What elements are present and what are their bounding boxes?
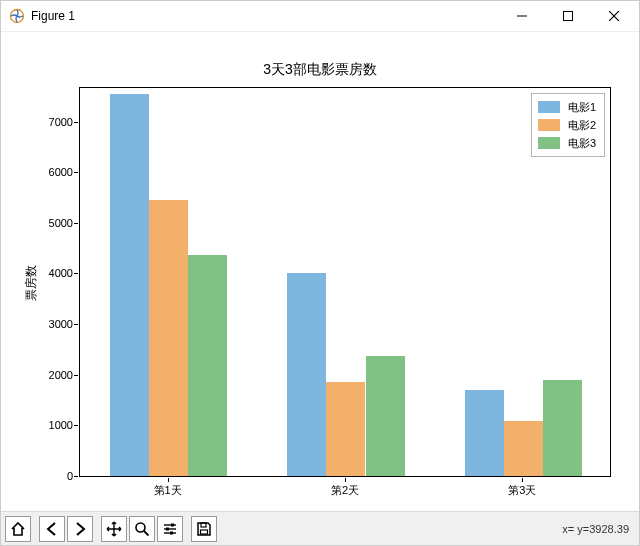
save-icon <box>196 521 212 537</box>
close-button[interactable] <box>591 1 637 31</box>
title-bar: Figure 1 <box>1 1 639 32</box>
legend-item: 电影1 <box>538 98 596 116</box>
legend-swatch-icon <box>538 101 560 113</box>
bar-电影1-第3天 <box>465 390 504 476</box>
status-coordinates: x= y=3928.39 <box>562 523 633 535</box>
y-tick-label: 7000 <box>49 116 73 128</box>
svg-line-6 <box>144 531 149 536</box>
svg-point-5 <box>136 523 145 532</box>
zoom-button[interactable] <box>129 516 155 542</box>
svg-rect-13 <box>201 523 206 527</box>
nav-toolbar: x= y=3928.39 <box>1 511 639 545</box>
y-tick-label: 0 <box>67 470 73 482</box>
arrow-left-icon <box>44 521 60 537</box>
home-icon <box>10 521 26 537</box>
maximize-button[interactable] <box>545 1 591 31</box>
y-tick-label: 3000 <box>49 318 73 330</box>
app-icon <box>9 8 25 24</box>
y-tick-label: 6000 <box>49 166 73 178</box>
bar-电影1-第2天 <box>287 273 326 476</box>
legend-swatch-icon <box>538 119 560 131</box>
legend-item: 电影2 <box>538 116 596 134</box>
close-icon <box>609 11 619 21</box>
back-button[interactable] <box>39 516 65 542</box>
svg-rect-10 <box>171 523 174 526</box>
zoom-icon <box>134 521 150 537</box>
sliders-icon <box>162 521 178 537</box>
minimize-icon <box>517 11 527 21</box>
bar-电影3-第2天 <box>366 356 405 476</box>
bar-电影2-第2天 <box>326 382 365 476</box>
forward-button[interactable] <box>67 516 93 542</box>
move-icon <box>106 521 122 537</box>
legend-item: 电影3 <box>538 134 596 152</box>
x-tick-label: 第2天 <box>325 483 365 498</box>
y-tick-label: 2000 <box>49 369 73 381</box>
legend: 电影1电影2电影3 <box>531 93 605 157</box>
legend-label: 电影2 <box>568 118 596 133</box>
save-button[interactable] <box>191 516 217 542</box>
svg-rect-14 <box>201 530 208 534</box>
configure-button[interactable] <box>157 516 183 542</box>
y-tick-label: 1000 <box>49 419 73 431</box>
legend-label: 电影3 <box>568 136 596 151</box>
y-tick-label: 5000 <box>49 217 73 229</box>
maximize-icon <box>563 11 573 21</box>
chart-title: 3天3部电影票房数 <box>1 61 639 79</box>
arrow-right-icon <box>72 521 88 537</box>
bar-电影3-第1天 <box>188 255 227 476</box>
legend-swatch-icon <box>538 137 560 149</box>
bar-电影2-第3天 <box>504 421 543 476</box>
y-tick-label: 4000 <box>49 267 73 279</box>
svg-rect-2 <box>564 12 573 21</box>
x-tick-label: 第1天 <box>148 483 188 498</box>
bar-电影3-第3天 <box>543 380 582 476</box>
plot-canvas[interactable]: 3天3部电影票房数 票房数 电影1电影2电影3 0100020003000400… <box>1 32 639 511</box>
pan-button[interactable] <box>101 516 127 542</box>
bar-电影2-第1天 <box>149 200 188 476</box>
y-axis-label: 票房数 <box>23 265 40 301</box>
figure-window: Figure 1 3天3部电影票房数 票房数 电影1电影2电影3 0100020… <box>0 0 640 546</box>
bar-电影1-第1天 <box>110 94 149 476</box>
svg-rect-12 <box>170 531 173 534</box>
svg-rect-11 <box>166 527 169 530</box>
minimize-button[interactable] <box>499 1 545 31</box>
legend-label: 电影1 <box>568 100 596 115</box>
window-title: Figure 1 <box>31 9 75 23</box>
x-tick-label: 第3天 <box>502 483 542 498</box>
home-button[interactable] <box>5 516 31 542</box>
